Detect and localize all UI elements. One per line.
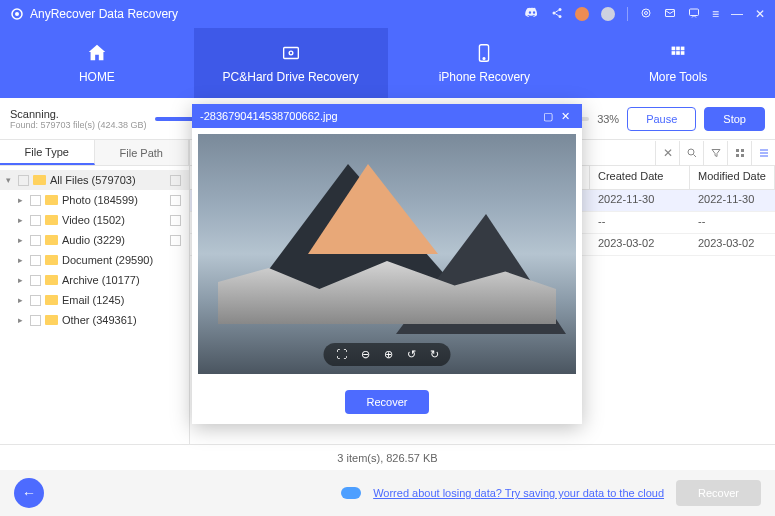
tree-item[interactable]: ▾All Files (579703): [0, 170, 189, 190]
nav-tools-label: More Tools: [649, 70, 707, 84]
zoom-out-icon[interactable]: ⊖: [361, 348, 370, 361]
tree-item-label: All Files (579703): [50, 174, 166, 186]
tab-file-type[interactable]: File Type: [0, 140, 95, 165]
svg-point-5: [642, 9, 650, 17]
chevron-icon[interactable]: ▸: [18, 235, 26, 245]
chevron-icon[interactable]: ▸: [18, 295, 26, 305]
checkbox[interactable]: [30, 195, 41, 206]
modal-close-icon[interactable]: ✕: [557, 110, 574, 123]
checkbox[interactable]: [18, 175, 29, 186]
modal-footer: Recover: [192, 380, 582, 424]
checkbox[interactable]: [30, 255, 41, 266]
checkbox[interactable]: [30, 315, 41, 326]
titlebar-icons: ≡ — ✕: [525, 6, 765, 23]
row-checkbox[interactable]: [170, 175, 181, 186]
discord-icon[interactable]: [525, 6, 539, 23]
svg-point-2: [558, 8, 561, 11]
chevron-icon[interactable]: ▾: [6, 175, 14, 185]
cell-created: 2023-03-02: [590, 234, 690, 255]
checkbox[interactable]: [30, 275, 41, 286]
tab-file-path[interactable]: File Path: [95, 140, 190, 165]
rotate-left-icon[interactable]: ↺: [407, 348, 416, 361]
folder-icon: [45, 215, 58, 225]
col-created[interactable]: Created Date: [590, 166, 690, 189]
user-avatar-icon[interactable]: [601, 7, 615, 21]
tree-item-label: Other (349361): [62, 314, 183, 326]
nav-bar: HOME PC&Hard Drive Recovery iPhone Recov…: [0, 28, 775, 98]
back-button[interactable]: ←: [14, 478, 44, 508]
row-checkbox[interactable]: [170, 235, 181, 246]
hard-drive-icon: [280, 42, 302, 64]
menu-icon[interactable]: ≡: [712, 7, 719, 21]
tree-item-label: Video (1502): [62, 214, 166, 226]
recover-button[interactable]: Recover: [676, 480, 761, 506]
chevron-icon[interactable]: ▸: [18, 275, 26, 285]
separator: [627, 7, 628, 21]
app-title: AnyRecover Data Recovery: [30, 7, 525, 21]
svg-rect-20: [736, 149, 739, 152]
svg-point-12: [483, 58, 485, 60]
cell-modified: --: [690, 212, 775, 233]
tree-item[interactable]: ▸Video (1502): [0, 210, 189, 230]
nav-iphone-recovery[interactable]: iPhone Recovery: [388, 28, 582, 98]
folder-icon: [45, 275, 58, 285]
tree-item[interactable]: ▸Document (29590): [0, 250, 189, 270]
notification-icon[interactable]: [575, 7, 589, 21]
rotate-right-icon[interactable]: ↻: [430, 348, 439, 361]
tree-item[interactable]: ▸Photo (184599): [0, 190, 189, 210]
scan-status-block: Scanning. Found: 579703 file(s) (424.38 …: [10, 108, 147, 130]
folder-icon: [45, 255, 58, 265]
search-icon[interactable]: [679, 141, 703, 165]
mail-icon[interactable]: [664, 7, 676, 22]
tree-item[interactable]: ▸Audio (3229): [0, 230, 189, 250]
svg-rect-8: [689, 9, 698, 16]
progress-percent: 33%: [597, 113, 619, 125]
sidebar-tabs: File Type File Path: [0, 140, 189, 166]
list-view-icon[interactable]: [751, 141, 775, 165]
minimize-icon[interactable]: —: [731, 7, 743, 21]
col-modified[interactable]: Modified Date: [690, 166, 775, 189]
tree-item[interactable]: ▸Email (1245): [0, 290, 189, 310]
chevron-icon[interactable]: ▸: [18, 195, 26, 205]
svg-point-6: [644, 11, 647, 14]
nav-home[interactable]: HOME: [0, 28, 194, 98]
checkbox[interactable]: [30, 295, 41, 306]
checkbox[interactable]: [30, 215, 41, 226]
filter-icon[interactable]: [703, 141, 727, 165]
pause-button[interactable]: Pause: [627, 107, 696, 131]
grid-view-icon[interactable]: [727, 141, 751, 165]
chevron-icon[interactable]: ▸: [18, 315, 26, 325]
settings-icon[interactable]: [640, 7, 652, 22]
row-checkbox[interactable]: [170, 195, 181, 206]
svg-rect-23: [741, 154, 744, 157]
fullscreen-icon[interactable]: ⛶: [336, 348, 347, 361]
svg-rect-16: [672, 51, 676, 55]
modal-recover-button[interactable]: Recover: [345, 390, 430, 414]
share-icon[interactable]: [551, 7, 563, 22]
feedback-icon[interactable]: [688, 7, 700, 22]
nav-iphone-label: iPhone Recovery: [439, 70, 530, 84]
svg-point-3: [552, 11, 555, 14]
svg-rect-21: [741, 149, 744, 152]
nav-more-tools[interactable]: More Tools: [581, 28, 775, 98]
svg-point-4: [558, 15, 561, 18]
modal-maximize-icon[interactable]: ▢: [539, 110, 557, 123]
close-icon[interactable]: ✕: [755, 7, 765, 21]
clear-icon[interactable]: ✕: [655, 141, 679, 165]
svg-rect-14: [676, 47, 680, 51]
cloud-backup-link[interactable]: Worred about losing data? Try saving you…: [373, 487, 664, 499]
modal-titlebar: -2836790414538700662.jpg ▢ ✕: [192, 104, 582, 128]
svg-rect-18: [681, 51, 685, 55]
zoom-in-icon[interactable]: ⊕: [384, 348, 393, 361]
nav-pc-recovery[interactable]: PC&Hard Drive Recovery: [194, 28, 388, 98]
chevron-icon[interactable]: ▸: [18, 215, 26, 225]
tree-item[interactable]: ▸Other (349361): [0, 310, 189, 330]
chevron-icon[interactable]: ▸: [18, 255, 26, 265]
footer: ← Worred about losing data? Try saving y…: [0, 470, 775, 516]
checkbox[interactable]: [30, 235, 41, 246]
folder-icon: [33, 175, 46, 185]
tree-item-label: Photo (184599): [62, 194, 166, 206]
row-checkbox[interactable]: [170, 215, 181, 226]
tree-item[interactable]: ▸Archive (10177): [0, 270, 189, 290]
stop-button[interactable]: Stop: [704, 107, 765, 131]
